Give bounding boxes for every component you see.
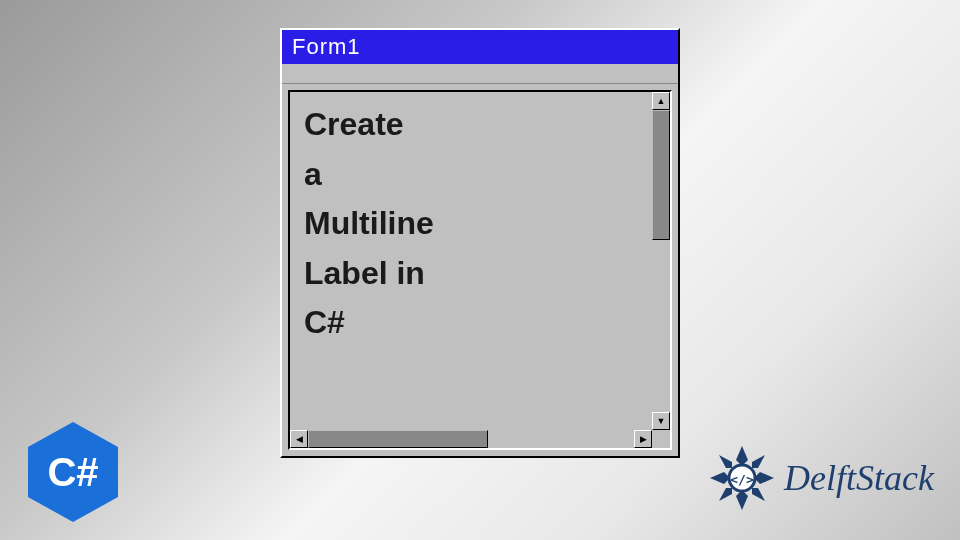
chevron-up-icon: ▲	[657, 96, 666, 106]
titlebar[interactable]: Form1	[282, 30, 678, 64]
csharp-label: C#	[47, 450, 98, 495]
scroll-right-button[interactable]: ▶	[634, 430, 652, 448]
scroll-left-button[interactable]: ◀	[290, 430, 308, 448]
menubar	[282, 64, 678, 84]
multiline-label: Create a Multiline Label in C#	[304, 100, 638, 348]
scroll-up-button[interactable]: ▲	[652, 92, 670, 110]
scroll-panel: Create a Multiline Label in C# ▲ ▼ ◀	[288, 90, 672, 450]
horizontal-scroll-thumb[interactable]	[308, 430, 488, 448]
chevron-left-icon: ◀	[296, 434, 303, 444]
chevron-down-icon: ▼	[657, 416, 666, 426]
csharp-logo: C#	[28, 422, 118, 522]
brand-text: DelftStack	[784, 457, 934, 499]
vertical-scroll-thumb[interactable]	[652, 110, 670, 240]
scroll-corner	[652, 430, 670, 448]
scroll-down-button[interactable]: ▼	[652, 412, 670, 430]
form-window: Form1 Create a Multiline Label in C# ▲ ▼…	[280, 28, 680, 458]
content-area: Create a Multiline Label in C#	[290, 92, 652, 430]
client-area: Create a Multiline Label in C# ▲ ▼ ◀	[282, 84, 678, 456]
vertical-scrollbar[interactable]: ▲ ▼	[652, 92, 670, 430]
delftstack-logo: </> DelftStack	[706, 442, 934, 514]
chevron-right-icon: ▶	[640, 434, 647, 444]
svg-text:</>: </>	[730, 472, 754, 487]
window-title: Form1	[292, 34, 361, 60]
horizontal-scrollbar[interactable]: ◀ ▶	[290, 430, 652, 448]
flower-icon: </>	[706, 442, 778, 514]
hexagon-icon: C#	[28, 422, 118, 522]
